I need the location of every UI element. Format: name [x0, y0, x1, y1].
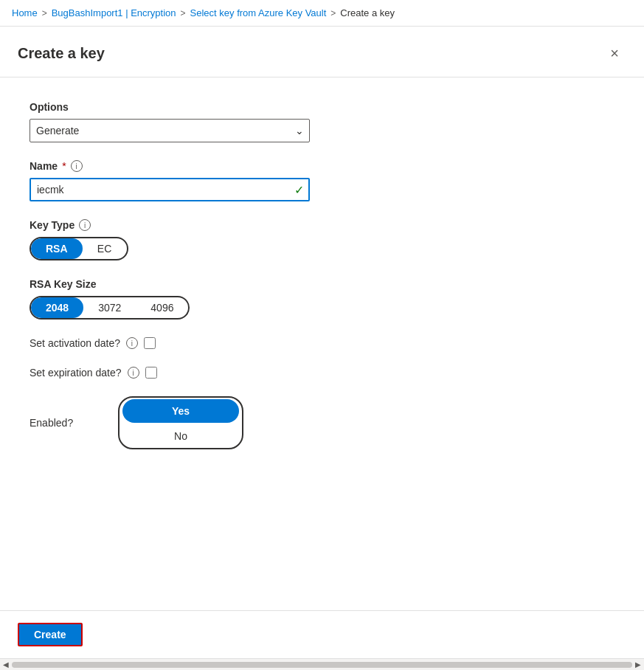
options-select[interactable]: Generate Import Restore from backup: [30, 119, 310, 142]
rsa-size-3072-button[interactable]: 3072: [83, 297, 136, 318]
key-type-info-icon[interactable]: i: [79, 219, 91, 231]
enabled-label: Enabled?: [30, 417, 89, 429]
key-type-toggle-group: RSA EC: [30, 237, 128, 260]
key-type-ec-button[interactable]: EC: [83, 238, 127, 259]
rsa-size-2048-button[interactable]: 2048: [31, 297, 83, 318]
rsa-key-size-toggle-group: 2048 3072 4096: [30, 296, 190, 320]
expiration-date-checkbox[interactable]: [145, 367, 157, 379]
scrollbar-area: ◀ ▶: [0, 658, 644, 670]
dialog-container: Create a key × Options Generate Import R…: [0, 27, 644, 670]
page-wrapper: Home > BugBashImport1 | Encryption > Sel…: [0, 0, 644, 670]
expiration-date-group: Set expiration date? i: [30, 367, 614, 379]
expiration-date-row: Set expiration date? i: [30, 367, 614, 379]
activation-date-label: Set activation date?: [30, 337, 120, 349]
expiration-date-info-icon[interactable]: i: [128, 367, 139, 379]
create-button[interactable]: Create: [18, 623, 83, 646]
dialog-header: Create a key ×: [0, 27, 644, 77]
name-label-row: Name * i: [30, 160, 614, 172]
key-type-group: Key Type i RSA EC: [30, 219, 614, 260]
key-type-rsa-button[interactable]: RSA: [31, 238, 83, 259]
breadcrumb-home[interactable]: Home: [12, 7, 38, 18]
name-input[interactable]: [30, 178, 310, 201]
enabled-row: Enabled? Yes No: [30, 396, 614, 449]
breadcrumb-select-key[interactable]: Select key from Azure Key Vault: [190, 7, 327, 18]
dialog-title: Create a key: [18, 45, 105, 62]
breadcrumb-sep-1: >: [42, 8, 47, 18]
enabled-group: Enabled? Yes No: [30, 396, 614, 449]
rsa-key-size-label: RSA Key Size: [30, 278, 614, 290]
activation-date-info-icon[interactable]: i: [126, 337, 138, 349]
name-label: Name: [30, 160, 58, 172]
name-info-icon[interactable]: i: [71, 160, 83, 172]
scroll-left-icon[interactable]: ◀: [3, 660, 9, 669]
options-group: Options Generate Import Restore from bac…: [30, 101, 614, 142]
name-group: Name * i ✓: [30, 160, 614, 201]
breadcrumb-current: Create a key: [340, 7, 395, 18]
expiration-date-label: Set expiration date?: [30, 367, 122, 379]
breadcrumb: Home > BugBashImport1 | Encryption > Sel…: [0, 0, 644, 27]
key-type-label: Key Type: [30, 219, 75, 231]
options-select-wrapper: Generate Import Restore from backup ⌄: [30, 119, 310, 142]
name-input-wrapper: ✓: [30, 178, 310, 201]
enabled-yes-button[interactable]: Yes: [122, 399, 239, 423]
breadcrumb-sep-3: >: [330, 8, 336, 18]
enabled-toggle-group: Yes No: [118, 396, 243, 449]
rsa-key-size-group: RSA Key Size 2048 3072 4096: [30, 278, 614, 320]
options-label: Options: [30, 101, 614, 113]
scroll-thumb: [12, 662, 632, 668]
breadcrumb-encryption[interactable]: BugBashImport1 | Encryption: [52, 7, 176, 18]
close-button[interactable]: ×: [603, 41, 626, 65]
name-required-star: *: [62, 160, 66, 172]
enabled-no-button[interactable]: No: [120, 424, 242, 448]
input-valid-icon: ✓: [294, 183, 304, 197]
key-type-label-row: Key Type i: [30, 219, 614, 231]
activation-date-checkbox[interactable]: [144, 337, 156, 349]
rsa-size-4096-button[interactable]: 4096: [136, 297, 188, 318]
scroll-right-icon[interactable]: ▶: [635, 660, 641, 669]
dialog-footer: Create: [0, 610, 644, 658]
activation-date-group: Set activation date? i: [30, 337, 614, 349]
breadcrumb-sep-2: >: [181, 8, 186, 18]
dialog-body: Options Generate Import Restore from bac…: [0, 77, 644, 610]
activation-date-row: Set activation date? i: [30, 337, 614, 349]
